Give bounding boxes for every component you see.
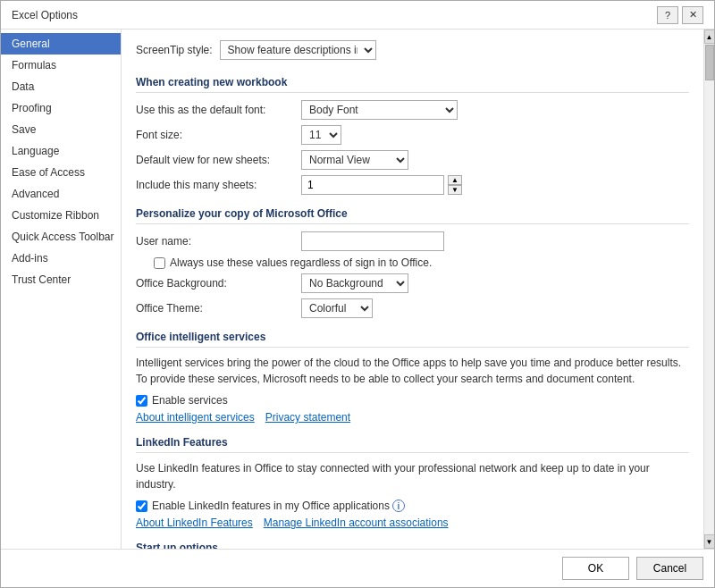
- scroll-down-arrow[interactable]: ▼: [704, 534, 715, 549]
- sheets-count-control: ▲ ▼: [301, 175, 462, 195]
- manage-linkedin-link[interactable]: Manage LinkedIn account associations: [264, 517, 449, 529]
- font-size-select[interactable]: 891011121416: [301, 125, 341, 145]
- default-view-select[interactable]: Normal View Page Break Preview Page Layo…: [301, 150, 408, 170]
- scroll-track[interactable]: [704, 44, 715, 534]
- screentip-row: ScreenTip style: Show feature descriptio…: [136, 40, 689, 60]
- about-intelligent-link[interactable]: About intelligent services: [136, 411, 255, 424]
- title-bar: Excel Options ? ✕: [1, 1, 714, 29]
- privacy-statement-link[interactable]: Privacy statement: [265, 411, 350, 424]
- content-area: ScreenTip style: Show feature descriptio…: [122, 29, 703, 549]
- default-font-select[interactable]: Body Font Arial Calibri: [301, 100, 458, 120]
- title-bar-controls: ? ✕: [657, 6, 703, 24]
- cancel-button[interactable]: Cancel: [636, 557, 703, 580]
- sidebar-item-data[interactable]: Data: [1, 76, 121, 97]
- default-font-label: Use this as the default font:: [136, 104, 301, 116]
- sidebar-item-add-ins[interactable]: Add-ins: [1, 248, 121, 269]
- personalize-section-header: Personalize your copy of Microsoft Offic…: [136, 200, 689, 224]
- default-view-control: Normal View Page Break Preview Page Layo…: [301, 150, 408, 170]
- always-use-row: Always use these values regardless of si…: [136, 256, 689, 269]
- office-theme-select[interactable]: Colorful Dark Gray Black White: [301, 298, 373, 318]
- default-font-row: Use this as the default font: Body Font …: [136, 100, 689, 120]
- spinner-down-button[interactable]: ▼: [448, 185, 462, 195]
- scroll-thumb[interactable]: [705, 45, 714, 80]
- linkedin-text: Use LinkedIn features in Office to stay …: [136, 460, 689, 492]
- linkedin-section-header: LinkedIn Features: [136, 429, 689, 453]
- office-theme-row: Office Theme: Colorful Dark Gray Black W…: [136, 298, 689, 318]
- enable-linkedin-row: Enable LinkedIn features in my Office ap…: [136, 500, 689, 512]
- sheets-count-row: Include this many sheets: ▲ ▼: [136, 175, 689, 195]
- default-view-label: Default view for new sheets:: [136, 154, 301, 166]
- main-content: ScreenTip style: Show feature descriptio…: [122, 29, 714, 549]
- always-use-checkbox[interactable]: [154, 257, 165, 269]
- intelligent-services-header: Office intelligent services: [136, 323, 689, 348]
- office-theme-control: Colorful Dark Gray Black White: [301, 298, 373, 318]
- sidebar-item-save[interactable]: Save: [1, 119, 121, 140]
- office-bg-select[interactable]: No Background Circles and Stripes Circui…: [301, 273, 408, 293]
- excel-options-dialog: Excel Options ? ✕ General Formulas Data …: [0, 0, 715, 588]
- office-bg-row: Office Background: No Background Circles…: [136, 273, 689, 293]
- dialog-title: Excel Options: [12, 9, 78, 21]
- font-size-row: Font size: 891011121416: [136, 125, 689, 145]
- linkedin-info-icon: i: [392, 500, 405, 512]
- font-size-control: 891011121416: [301, 125, 341, 145]
- scrollbar[interactable]: ▲ ▼: [703, 29, 714, 549]
- enable-linkedin-label: Enable LinkedIn features in my Office ap…: [152, 500, 390, 512]
- always-use-label: Always use these values regardless of si…: [170, 256, 432, 269]
- office-bg-control: No Background Circles and Stripes Circui…: [301, 273, 408, 293]
- sidebar-item-advanced[interactable]: Advanced: [1, 183, 121, 205]
- intelligent-services-text: Intelligent services bring the power of …: [136, 355, 689, 387]
- enable-services-checkbox[interactable]: [136, 395, 147, 407]
- enable-services-label: Enable services: [152, 394, 228, 407]
- sidebar: General Formulas Data Proofing Save Lang…: [1, 29, 122, 549]
- sidebar-item-customize-ribbon[interactable]: Customize Ribbon: [1, 205, 121, 226]
- office-theme-label: Office Theme:: [136, 302, 301, 315]
- office-bg-label: Office Background:: [136, 277, 301, 290]
- font-size-label: Font size:: [136, 129, 301, 141]
- close-button[interactable]: ✕: [682, 6, 703, 24]
- help-button[interactable]: ?: [657, 6, 678, 24]
- enable-linkedin-checkbox[interactable]: [136, 500, 147, 512]
- new-workbook-section-header: When creating new workbook: [136, 69, 689, 93]
- spinner-buttons: ▲ ▼: [448, 175, 462, 195]
- sidebar-item-ease-of-access[interactable]: Ease of Access: [1, 162, 121, 183]
- username-label: User name:: [136, 235, 301, 248]
- enable-services-row: Enable services: [136, 394, 689, 407]
- dialog-body: General Formulas Data Proofing Save Lang…: [1, 29, 714, 549]
- sheets-count-label: Include this many sheets:: [136, 179, 301, 191]
- screentip-label: ScreenTip style:: [136, 44, 213, 56]
- sidebar-item-proofing[interactable]: Proofing: [1, 97, 121, 119]
- about-linkedin-link[interactable]: About LinkedIn Features: [136, 517, 253, 529]
- scroll-up-arrow[interactable]: ▲: [704, 29, 715, 44]
- username-input[interactable]: Clayton: [301, 231, 444, 251]
- startup-section-header: Start up options: [136, 534, 689, 549]
- sidebar-item-language[interactable]: Language: [1, 140, 121, 162]
- spinner-up-button[interactable]: ▲: [448, 175, 462, 185]
- default-font-control: Body Font Arial Calibri: [301, 100, 458, 120]
- sidebar-item-trust-center[interactable]: Trust Center: [1, 269, 121, 290]
- username-control: Clayton: [301, 231, 444, 251]
- dialog-footer: OK Cancel: [1, 549, 714, 587]
- screentip-select[interactable]: Show feature descriptions in ScreenTips …: [220, 40, 376, 60]
- ok-button[interactable]: OK: [562, 557, 629, 580]
- intelligent-services-links: About intelligent services Privacy state…: [136, 411, 689, 424]
- sheets-count-input[interactable]: [301, 175, 444, 195]
- username-row: User name: Clayton: [136, 231, 689, 251]
- linkedin-links: About LinkedIn Features Manage LinkedIn …: [136, 517, 689, 529]
- sidebar-item-general[interactable]: General: [1, 33, 121, 55]
- sidebar-item-quick-access-toolbar[interactable]: Quick Access Toolbar: [1, 226, 121, 248]
- sidebar-item-formulas[interactable]: Formulas: [1, 55, 121, 76]
- default-view-row: Default view for new sheets: Normal View…: [136, 150, 689, 170]
